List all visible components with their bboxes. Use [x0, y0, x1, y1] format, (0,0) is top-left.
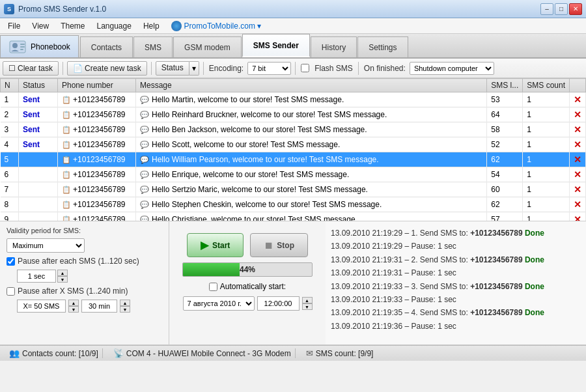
menu-view[interactable]: View [27, 20, 54, 32]
cell-message: 💬Hello Martin, welcome to our store! Tes… [136, 92, 487, 107]
table-row[interactable]: 9 📋 +10123456789 💬Hello Christiane, welc… [1, 212, 586, 222]
pause1-checkbox[interactable] [7, 257, 15, 266]
tab-phonebook[interactable]: Phonebook [0, 35, 79, 57]
table-row[interactable]: 5 📋 +10123456789 💬Hello William Pearson,… [1, 152, 586, 167]
stop-button[interactable]: ⏹ Stop [250, 233, 308, 257]
table-row[interactable]: 3 Sent 📋 +10123456789 💬Hello Ben Jackson… [1, 122, 586, 137]
min-up-btn[interactable]: ▲ [120, 300, 130, 306]
delete-button[interactable]: ✕ [574, 109, 581, 120]
time-up-btn[interactable]: ▲ [302, 297, 313, 303]
time-down-btn[interactable]: ▼ [302, 303, 313, 310]
cell-delete[interactable]: ✕ [570, 137, 586, 152]
cell-delete[interactable]: ✕ [570, 197, 586, 212]
delete-button[interactable]: ✕ [574, 139, 581, 150]
cell-status [19, 182, 58, 197]
menu-file[interactable]: File [3, 20, 25, 32]
tab-sms-sender[interactable]: SMS Sender [242, 34, 310, 57]
message-icon: 💬 [140, 216, 149, 221]
progress-fill [183, 263, 240, 276]
log-time: 13.09.2010 21:19:33 [331, 282, 402, 291]
log-text: – 4. Send SMS to: [402, 308, 470, 317]
pause1-value[interactable] [17, 270, 56, 283]
delete-button[interactable]: ✕ [574, 184, 581, 195]
close-button[interactable]: ✕ [569, 3, 582, 15]
cell-delete[interactable]: ✕ [570, 92, 586, 107]
delete-button[interactable]: ✕ [574, 154, 581, 165]
website-logo[interactable]: PromoToMobile.com ▾ [171, 21, 262, 31]
pause1-up-btn[interactable]: ▲ [57, 270, 68, 276]
app-icon: S [4, 4, 14, 14]
x-spinners: ▲ ▼ [68, 300, 79, 313]
log-pause-text: – Pause: 1 sec [402, 242, 456, 251]
table-row[interactable]: 1 Sent 📋 +10123456789 💬Hello Martin, wel… [1, 92, 586, 107]
cell-sms-count: 1 [523, 122, 570, 137]
validity-select[interactable]: Maximum 1 hour 6 hours 12 hours 1 day [7, 238, 85, 253]
cell-delete[interactable]: ✕ [570, 167, 586, 182]
tab-history[interactable]: History [311, 36, 357, 57]
date-select[interactable]: 7 августа 2010 г. [183, 296, 255, 311]
delete-button[interactable]: ✕ [574, 94, 581, 105]
cell-phone: 📋 +10123456789 [58, 197, 136, 212]
cell-delete[interactable]: ✕ [570, 152, 586, 167]
tab-settings[interactable]: Settings [357, 36, 408, 57]
x-up-btn[interactable]: ▲ [68, 300, 79, 306]
cell-delete[interactable]: ✕ [570, 212, 586, 222]
create-new-task-button[interactable]: 📄 Create new task [67, 61, 147, 76]
app-title: Promo SMS Sender v.1.0 [18, 5, 540, 14]
tab-history-label: History [322, 43, 346, 52]
cell-sms-count: 1 [523, 107, 570, 122]
menu-theme[interactable]: Theme [55, 20, 90, 32]
table-row[interactable]: 8 📋 +10123456789 💬Hello Stephen Cheskin,… [1, 197, 586, 212]
on-finished-select[interactable]: Shutdown computer Do nothing [410, 62, 494, 75]
progress-text: 44% [240, 265, 255, 274]
menu-help[interactable]: Help [138, 20, 165, 32]
pause2-checkbox[interactable] [7, 287, 15, 296]
min-value-input[interactable] [81, 300, 117, 313]
maximize-button[interactable]: □ [555, 3, 568, 15]
delete-button[interactable]: ✕ [574, 214, 581, 221]
time-input[interactable] [257, 296, 300, 311]
cell-delete[interactable]: ✕ [570, 107, 586, 122]
menu-bar: File View Theme Language Help PromoToMob… [0, 18, 586, 34]
cell-n: 8 [1, 197, 19, 212]
start-button[interactable]: ▶ Start [187, 233, 244, 257]
cell-delete[interactable]: ✕ [570, 182, 586, 197]
website-link[interactable]: PromoToMobile.com ▾ [184, 21, 262, 31]
delete-button[interactable]: ✕ [574, 124, 581, 135]
phone-icon: 📋 [62, 156, 73, 163]
table-row[interactable]: 6 📋 +10123456789 💬Hello Enrique, welcome… [1, 167, 586, 182]
clear-task-button[interactable]: ☐ Clear task [3, 61, 59, 76]
tab-sms[interactable]: SMS [133, 36, 173, 57]
auto-start-checkbox[interactable] [209, 283, 217, 291]
min-down-btn[interactable]: ▼ [120, 306, 130, 313]
tab-contacts[interactable]: Contacts [80, 36, 133, 57]
col-phone: Phone number [58, 79, 136, 92]
log-entry: 13.09.2010 21:19:36 – Pause: 1 sec [331, 320, 581, 333]
cell-message: 💬Hello William Pearson, welcome to our s… [136, 152, 487, 167]
tab-gsm-modem[interactable]: GSM modem [173, 36, 242, 57]
status-main-btn[interactable]: Status [156, 61, 189, 76]
delete-button[interactable]: ✕ [574, 199, 581, 210]
minimize-button[interactable]: – [540, 3, 553, 15]
cell-status [19, 167, 58, 182]
cell-status: Sent [19, 92, 58, 107]
pause1-down-btn[interactable]: ▼ [57, 276, 68, 283]
phone-icon: 📋 [62, 126, 73, 133]
table-row[interactable]: 2 Sent 📋 +10123456789 💬Hello Reinhard Br… [1, 107, 586, 122]
status-dropdown[interactable]: Status ▾ [156, 61, 199, 76]
table-row[interactable]: 4 Sent 📋 +10123456789 💬Hello Scott, welc… [1, 137, 586, 152]
flash-sms-checkbox[interactable] [301, 64, 309, 72]
cell-phone: 📋 +10123456789 [58, 92, 136, 107]
auto-start-label: Automatically start: [220, 282, 286, 291]
phone-icon: 📋 [62, 216, 73, 221]
delete-button[interactable]: ✕ [574, 169, 581, 180]
pause1-row: Pause after each SMS (1..120 sec) [7, 257, 162, 266]
table-row[interactable]: 7 📋 +10123456789 💬Hello Sertzio Maric, w… [1, 182, 586, 197]
menu-language[interactable]: Language [92, 20, 137, 32]
encoding-select[interactable]: 7 bit 8 bit Unicode [247, 62, 291, 75]
x-value-input[interactable] [17, 300, 66, 313]
tab-phonebook-label: Phonebook [31, 42, 70, 51]
cell-delete[interactable]: ✕ [570, 122, 586, 137]
x-down-btn[interactable]: ▼ [68, 306, 79, 313]
status-arrow-btn[interactable]: ▾ [189, 61, 199, 76]
